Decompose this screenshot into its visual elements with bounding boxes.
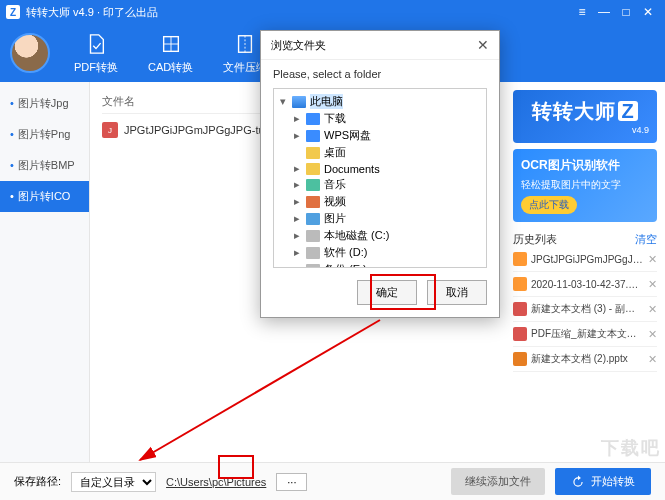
tool-label: CAD转换 [148, 60, 193, 75]
user-avatar[interactable] [10, 33, 50, 73]
tool-cad-convert[interactable]: CAD转换 [142, 30, 199, 77]
history-clear-button[interactable]: 清空 [635, 232, 657, 247]
dialog-ok-button[interactable]: 确定 [357, 280, 417, 305]
promo-subtitle: 轻松提取图片中的文字 [521, 178, 649, 192]
dialog-prompt: Please, select a folder [261, 60, 499, 88]
blue-icon [306, 130, 320, 142]
tree-node-label: 桌面 [324, 145, 346, 160]
history-item[interactable]: JPGtJPGiJPGmJPGgJPG_1(1).jpg✕ [513, 247, 657, 272]
drive-icon [306, 247, 320, 259]
history-item-name: 新建文本文档 (3) - 副本-002-00… [531, 302, 644, 316]
start-convert-button[interactable]: 开始转换 [555, 468, 651, 495]
folder-icon [306, 163, 320, 175]
tree-node-label: Documents [324, 163, 380, 175]
history-item-remove[interactable]: ✕ [648, 253, 657, 266]
history-item-name: 2020-11-03-10-42-37.CUT.00… [531, 279, 644, 290]
video-icon [306, 196, 320, 208]
file-type-icon [513, 277, 527, 291]
tree-node[interactable]: ▸音乐 [278, 176, 482, 193]
right-panel: 转转大师Z v4.9 OCR图片识别软件 轻松提取图片中的文字 点此下载 历史列… [505, 82, 665, 462]
save-path-link[interactable]: C:\Users\pc\Pictures [166, 476, 266, 488]
tree-node[interactable]: ▸备份 (E:) [278, 261, 482, 268]
tree-node[interactable]: ▸Documents [278, 161, 482, 176]
tool-label: PDF转换 [74, 60, 118, 75]
tree-twisty-icon[interactable]: ▸ [292, 212, 302, 225]
pc-icon [292, 96, 306, 108]
promo-download-button[interactable]: 点此下载 [521, 196, 577, 214]
app-title: 转转大师 v4.9 · 印了么出品 [26, 5, 158, 20]
close-button[interactable]: ✕ [637, 5, 659, 19]
add-files-button[interactable]: 继续添加文件 [451, 468, 545, 495]
promo-card[interactable]: OCR图片识别软件 轻松提取图片中的文字 点此下载 [513, 149, 657, 222]
drive-icon [306, 230, 320, 242]
folder-icon [306, 147, 320, 159]
file-type-icon [513, 327, 527, 341]
tree-twisty-icon[interactable]: ▸ [292, 178, 302, 191]
sidebar-item-jpg[interactable]: 图片转Jpg [0, 88, 89, 119]
tree-node-label: 本地磁盘 (C:) [324, 228, 389, 243]
tree-twisty-icon[interactable]: ▸ [292, 195, 302, 208]
sidebar: 图片转Jpg 图片转Png 图片转BMP 图片转ICO [0, 82, 90, 462]
maximize-button[interactable]: □ [615, 5, 637, 19]
blue-icon [306, 113, 320, 125]
history-item-remove[interactable]: ✕ [648, 328, 657, 341]
titlebar: Z 转转大师 v4.9 · 印了么出品 ≡ — □ ✕ [0, 0, 665, 24]
folder-tree[interactable]: ▾此电脑▸下载▸WPS网盘桌面▸Documents▸音乐▸视频▸图片▸本地磁盘 … [273, 88, 487, 268]
tree-node-label: 视频 [324, 194, 346, 209]
sidebar-item-ico[interactable]: 图片转ICO [0, 181, 89, 212]
file-type-icon [513, 252, 527, 266]
tree-node-label: 软件 (D:) [324, 245, 367, 260]
history-item[interactable]: 2020-11-03-10-42-37.CUT.00…✕ [513, 272, 657, 297]
brand-card: 转转大师Z v4.9 [513, 90, 657, 143]
history-item[interactable]: 新建文本文档 (2).pptx✕ [513, 347, 657, 372]
dialog-close-button[interactable]: ✕ [477, 37, 489, 53]
history-item-name: JPGtJPGiJPGmJPGgJPG_1(1).jpg [531, 254, 644, 265]
minimize-button[interactable]: — [593, 5, 615, 19]
promo-title: OCR图片识别软件 [521, 157, 649, 174]
tree-twisty-icon[interactable]: ▸ [292, 112, 302, 125]
tree-node[interactable]: 桌面 [278, 144, 482, 161]
app-logo-icon: Z [6, 5, 20, 19]
folder-browse-dialog: 浏览文件夹 ✕ Please, select a folder ▾此电脑▸下载▸… [260, 30, 500, 318]
history-item-remove[interactable]: ✕ [648, 353, 657, 366]
history-item[interactable]: 新建文本文档 (3) - 副本-002-00…✕ [513, 297, 657, 322]
history-item[interactable]: PDF压缩_新建文本文档 (3) - 副…✕ [513, 322, 657, 347]
start-label: 开始转换 [591, 474, 635, 489]
tree-twisty-icon[interactable]: ▸ [292, 229, 302, 242]
browse-path-button[interactable]: ··· [276, 473, 307, 491]
tree-node-label: 下载 [324, 111, 346, 126]
compress-icon [233, 32, 257, 56]
tree-twisty-icon[interactable]: ▸ [292, 246, 302, 259]
refresh-icon [571, 475, 585, 489]
tree-twisty-icon[interactable]: ▾ [278, 95, 288, 108]
tree-node[interactable]: ▸图片 [278, 210, 482, 227]
sidebar-item-bmp[interactable]: 图片转BMP [0, 150, 89, 181]
sidebar-item-png[interactable]: 图片转Png [0, 119, 89, 150]
dialog-title: 浏览文件夹 [271, 38, 326, 53]
tree-twisty-icon[interactable]: ▸ [292, 129, 302, 142]
tree-node[interactable]: ▸本地磁盘 (C:) [278, 227, 482, 244]
brand-name: 转转大师 [532, 100, 616, 122]
history-item-remove[interactable]: ✕ [648, 278, 657, 291]
save-path-label: 保存路径: [14, 474, 61, 489]
tree-node-label: 音乐 [324, 177, 346, 192]
file-type-icon [513, 352, 527, 366]
settings-icon[interactable]: ≡ [571, 5, 593, 19]
brand-z-icon: Z [618, 101, 638, 121]
tree-node[interactable]: ▾此电脑 [278, 93, 482, 110]
tool-pdf-convert[interactable]: PDF转换 [68, 30, 124, 77]
tree-node[interactable]: ▸下载 [278, 110, 482, 127]
history-item-remove[interactable]: ✕ [648, 303, 657, 316]
pic-icon [306, 213, 320, 225]
tree-node[interactable]: ▸视频 [278, 193, 482, 210]
pdf-icon [84, 32, 108, 56]
watermark: 下载吧 [601, 436, 661, 460]
tree-node-label: 图片 [324, 211, 346, 226]
tree-node[interactable]: ▸WPS网盘 [278, 127, 482, 144]
dialog-cancel-button[interactable]: 取消 [427, 280, 487, 305]
tree-twisty-icon[interactable]: ▸ [292, 162, 302, 175]
save-mode-select[interactable]: 自定义目录 [71, 472, 156, 492]
tree-node[interactable]: ▸软件 (D:) [278, 244, 482, 261]
history-item-name: 新建文本文档 (2).pptx [531, 352, 644, 366]
file-type-icon [513, 302, 527, 316]
